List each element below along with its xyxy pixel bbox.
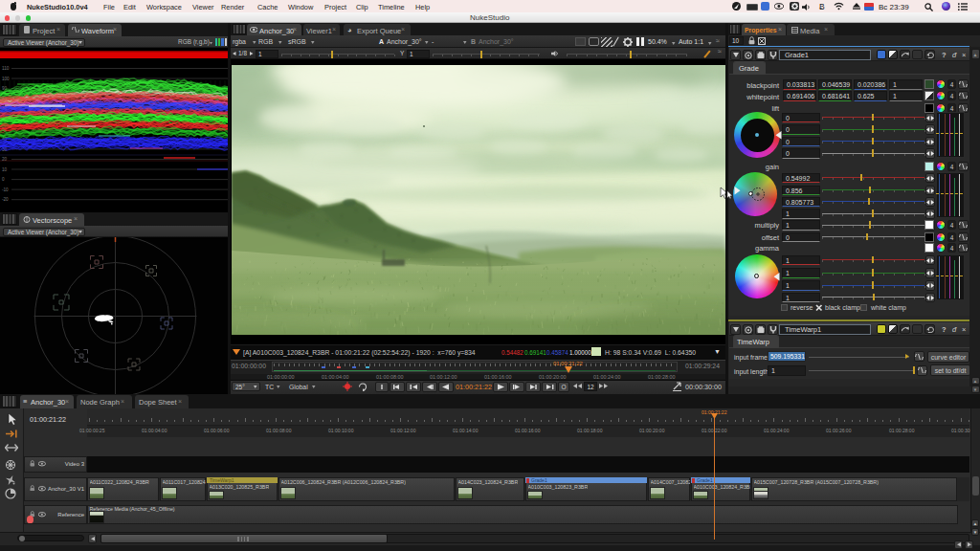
svg-text:10: 10 bbox=[2, 167, 8, 172]
svg-text:20: 20 bbox=[2, 157, 8, 162]
svg-text:100: 100 bbox=[2, 77, 10, 81]
svg-text:0: 0 bbox=[2, 177, 5, 182]
svg-text:110: 110 bbox=[2, 66, 10, 71]
svg-text:-10: -10 bbox=[2, 187, 9, 192]
svg-text:-20: -20 bbox=[2, 197, 9, 202]
